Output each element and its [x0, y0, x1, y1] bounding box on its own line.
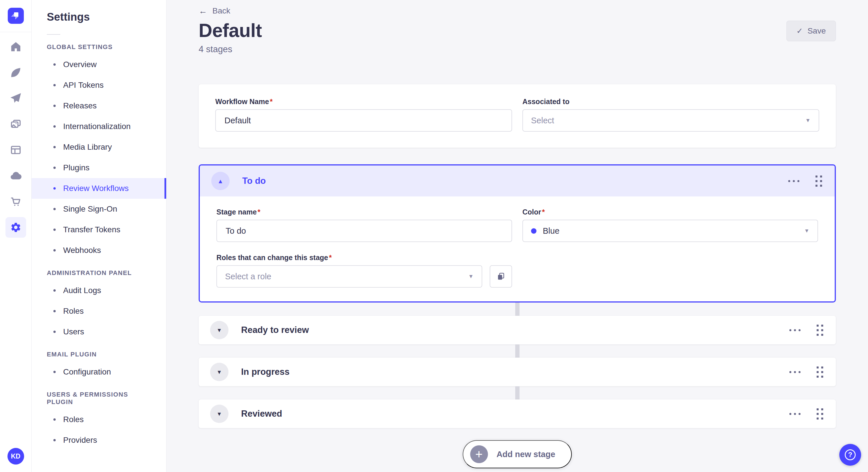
help-button[interactable]: ?: [839, 444, 861, 466]
sidebar-item-overview[interactable]: Overview: [32, 54, 166, 75]
stage-roles-select[interactable]: Select a role ▼: [216, 265, 482, 288]
expand-stage-button[interactable]: ▼: [210, 321, 228, 339]
stage-title: Ready to review: [241, 325, 309, 335]
stage-header-actions: [786, 174, 823, 188]
sidebar-item-up-roles[interactable]: Roles: [32, 409, 166, 430]
add-new-stage-button[interactable]: + Add new stage: [463, 440, 572, 468]
strapi-logo[interactable]: [8, 8, 24, 24]
deploy-cloud-icon[interactable]: [10, 170, 22, 182]
back-link[interactable]: ← Back: [198, 6, 230, 15]
sidebar-item-plugins[interactable]: Plugins: [32, 158, 166, 178]
associated-to-select[interactable]: Select ▼: [522, 109, 819, 132]
stage-card-reviewed[interactable]: ▼ Reviewed: [198, 400, 836, 428]
sidebar-item-transfer-tokens[interactable]: Transfer Tokens: [32, 220, 166, 240]
save-button-label: Save: [807, 26, 826, 36]
stage-title: In progress: [241, 367, 290, 377]
back-label: Back: [212, 6, 230, 15]
sidebar-item-api-tokens[interactable]: API Tokens: [32, 75, 166, 96]
expand-stage-button[interactable]: ▼: [210, 363, 228, 381]
empty-grid-cell: [522, 254, 818, 288]
chevron-down-icon: ▼: [804, 228, 809, 234]
stage-header-to-do[interactable]: ▲ To do: [200, 165, 835, 196]
sidebar-item-label: Media Library: [63, 142, 112, 152]
stage-connector-line: [515, 303, 520, 316]
settings-icon[interactable]: [5, 217, 26, 238]
copy-icon: [497, 272, 505, 281]
chevron-down-icon: ▼: [468, 273, 474, 279]
sidebar-item-releases[interactable]: Releases: [32, 96, 166, 116]
bullet-icon: [53, 63, 56, 66]
stage-connector-line: [515, 386, 520, 400]
chevron-down-icon: ▼: [805, 117, 811, 124]
collapse-stage-button[interactable]: ▲: [211, 172, 229, 190]
chevron-down-icon: ▼: [217, 328, 222, 333]
stage-card-in-progress[interactable]: ▼ In progress: [198, 358, 836, 386]
plus-icon: +: [470, 445, 488, 463]
sidebar-item-label: Roles: [63, 307, 84, 316]
stage-name-input[interactable]: [216, 220, 512, 242]
sidebar-item-single-sign-on[interactable]: Single Sign-On: [32, 199, 166, 220]
bullet-icon: [53, 289, 56, 292]
sidebar-item-configuration[interactable]: Configuration: [32, 362, 166, 382]
chevron-down-icon: ▼: [217, 411, 222, 417]
color-swatch-blue: [531, 228, 536, 234]
workflow-name-label: Workflow Name*: [215, 98, 512, 106]
sidebar-item-label: Single Sign-On: [63, 204, 117, 214]
bullet-icon: [53, 418, 56, 421]
required-asterisk: *: [329, 254, 332, 262]
sidebar-item-media-library[interactable]: Media Library: [32, 137, 166, 158]
expand-stage-button[interactable]: ▼: [210, 405, 228, 423]
releases-icon[interactable]: [10, 92, 22, 104]
required-asterisk: *: [542, 208, 545, 216]
page-header: Default 4 stages ✓ Save: [198, 20, 836, 55]
sidebar-item-webhooks[interactable]: Webhooks: [32, 240, 166, 261]
save-button[interactable]: ✓ Save: [786, 21, 836, 41]
stage-color-select[interactable]: Blue ▼: [522, 220, 818, 242]
drag-handle-icon[interactable]: [815, 407, 825, 421]
stage-card-ready-to-review[interactable]: ▼ Ready to review: [198, 316, 836, 344]
content-manager-icon[interactable]: [10, 67, 22, 78]
marketplace-cart-icon[interactable]: [10, 196, 22, 208]
stage-connector-line: [515, 344, 520, 358]
sidebar-item-label: Users: [63, 327, 84, 336]
rail-icon-list: [5, 41, 26, 233]
more-options-icon[interactable]: [787, 328, 802, 333]
drag-handle-icon[interactable]: [815, 365, 825, 379]
sidebar-title: Settings: [47, 11, 166, 23]
workflow-name-field: Workflow Name*: [215, 98, 512, 132]
required-asterisk: *: [270, 98, 273, 105]
user-avatar[interactable]: KD: [7, 448, 24, 465]
associated-to-field: Associated to Select ▼: [522, 98, 819, 132]
sidebar-item-providers[interactable]: Providers: [32, 430, 166, 450]
content-type-builder-icon[interactable]: [10, 144, 22, 156]
stage-card-to-do: ▲ To do Stage name* Color*: [198, 164, 836, 303]
sidebar-item-users[interactable]: Users: [32, 322, 166, 342]
more-options-icon[interactable]: [786, 178, 801, 184]
sidebar-item-label: Configuration: [63, 367, 111, 376]
stage-header-actions: [787, 324, 825, 337]
sidebar-item-label: Roles: [63, 415, 84, 424]
workflow-name-input[interactable]: [215, 109, 512, 132]
bullet-icon: [53, 439, 56, 441]
drag-handle-icon[interactable]: [815, 324, 825, 337]
sidebar-item-label: Audit Logs: [63, 286, 101, 295]
sidebar-item-review-workflows[interactable]: Review Workflows: [32, 178, 166, 199]
sidebar-item-internationalization[interactable]: Internationalization: [32, 116, 166, 137]
chevron-up-icon: ▲: [218, 178, 224, 184]
sidebar-item-audit-logs[interactable]: Audit Logs: [32, 280, 166, 301]
drag-handle-icon[interactable]: [814, 174, 823, 188]
duplicate-stage-button[interactable]: [490, 265, 512, 288]
more-options-icon[interactable]: [787, 411, 802, 417]
stage-roles-placeholder: Select a role: [225, 272, 271, 281]
sidebar-item-label: Overview: [63, 60, 97, 69]
stage-name-field: Stage name*: [216, 208, 512, 242]
media-library-icon[interactable]: [10, 118, 22, 130]
page-header-text: Default 4 stages: [198, 20, 262, 55]
home-icon[interactable]: [10, 41, 22, 53]
section-label-global-settings: GLOBAL SETTINGS: [47, 43, 151, 51]
stage-name-label: Stage name*: [216, 208, 512, 216]
more-options-icon[interactable]: [787, 369, 802, 375]
sidebar-item-admin-roles[interactable]: Roles: [32, 301, 166, 322]
bullet-icon: [53, 331, 56, 333]
bullet-icon: [53, 208, 56, 210]
